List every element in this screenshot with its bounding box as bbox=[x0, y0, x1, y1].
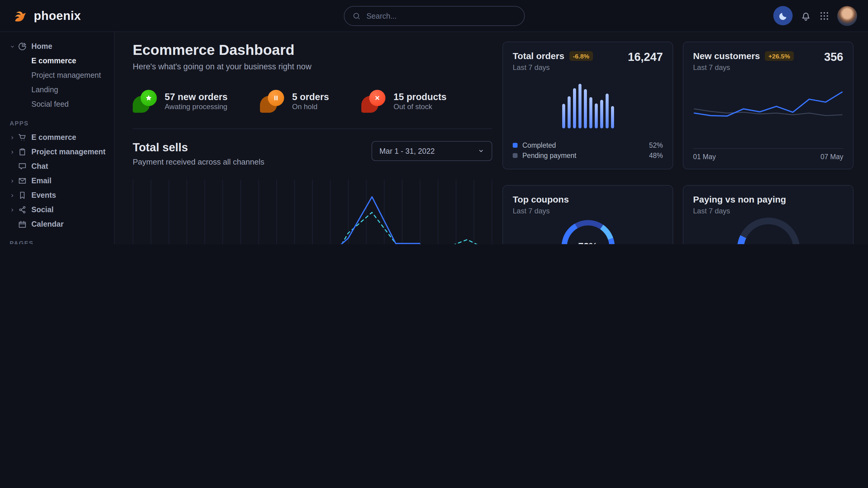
card-title: Top coupons bbox=[513, 194, 569, 204]
sidebar-item-chat[interactable]: Chat bbox=[0, 159, 114, 174]
card-period: Last 7 days bbox=[693, 63, 794, 72]
notifications-button[interactable] bbox=[801, 10, 811, 21]
user-avatar[interactable] bbox=[837, 6, 857, 26]
chevRight-icon bbox=[10, 207, 15, 213]
share-icon bbox=[18, 205, 27, 214]
page-title: Ecommerce Dashboard bbox=[133, 42, 492, 59]
card-period: Last 7 days bbox=[513, 63, 593, 72]
sidebar-item-email[interactable]: Email bbox=[0, 174, 114, 188]
stats-row: 57 new ordersAwating processing 5 orders… bbox=[133, 90, 492, 113]
sidebar-subitem-social-feed[interactable]: Social feed bbox=[0, 97, 114, 111]
navbar-actions bbox=[773, 6, 857, 26]
bell-icon bbox=[801, 10, 811, 21]
coupons-donut-chart: 72% bbox=[561, 220, 614, 244]
legend-item: Completed 52% bbox=[513, 140, 663, 150]
new-customers-x-axis: 01 May 07 May bbox=[693, 148, 843, 160]
calendar-icon bbox=[18, 220, 27, 228]
sidebar-item-label: Social bbox=[31, 205, 54, 214]
sidebar-item-events[interactable]: Events bbox=[0, 188, 114, 202]
pause-stat-icon bbox=[260, 90, 284, 113]
new-customers-chart bbox=[693, 72, 843, 145]
sidebar-subitem-landing[interactable]: Landing bbox=[0, 83, 114, 97]
sidebar-item-label: Email bbox=[31, 176, 52, 185]
coupons-donut-label: 72% bbox=[567, 225, 609, 244]
chevDown-icon bbox=[10, 44, 15, 49]
chevron-down-icon bbox=[478, 148, 484, 154]
sidebar-subitem-project-management[interactable]: Project management bbox=[0, 68, 114, 83]
apps-grid-button[interactable] bbox=[819, 10, 829, 21]
sidebar-nav: HomeE commerceProject managementLandingS… bbox=[0, 39, 114, 244]
sidebar-item-label: Calendar bbox=[31, 220, 64, 228]
sidebar-subitem-e-commerce[interactable]: E commerce bbox=[0, 54, 114, 68]
stat-item: 5 ordersOn hold bbox=[260, 90, 329, 113]
total-orders-bar-chart bbox=[513, 72, 663, 140]
dashboard-left-column: Ecommerce Dashboard Here's what's going … bbox=[133, 42, 492, 244]
card-title: Total orders bbox=[513, 51, 564, 61]
sidebar-section-label: PAGES bbox=[0, 240, 114, 244]
chevRight-icon bbox=[10, 178, 15, 184]
star-stat-icon bbox=[133, 90, 157, 113]
total-orders-legend: Completed 52% Pending payment 48% bbox=[513, 140, 663, 160]
total-sells-chart bbox=[133, 180, 492, 244]
new-customers-value: 356 bbox=[824, 51, 843, 64]
date-range-value: Mar 1 - 31, 2022 bbox=[379, 147, 435, 155]
x-tick: 01 May bbox=[693, 153, 716, 160]
card-title: Paying vs non paying bbox=[693, 194, 786, 204]
page-subtitle: Here's what's going on at your business … bbox=[133, 62, 492, 72]
legend-item: Pending payment 48% bbox=[513, 150, 663, 160]
total-orders-card: Total orders -6.8% Last 7 days 16,247 Co… bbox=[502, 42, 673, 169]
card-period: Last 7 days bbox=[693, 207, 786, 215]
total-sells-header: Total sells Payment received across all … bbox=[133, 141, 492, 165]
stat-item: 15 productsOut of stock bbox=[362, 90, 447, 113]
sidebar-item-calendar[interactable]: Calendar bbox=[0, 217, 114, 231]
x-tick: 07 May bbox=[820, 153, 843, 160]
stat-item: 57 new ordersAwating processing bbox=[133, 90, 228, 113]
sidebar-item-e-commerce[interactable]: E commerce bbox=[0, 130, 114, 145]
theme-toggle-button[interactable] bbox=[773, 6, 793, 25]
mail-icon bbox=[18, 176, 27, 185]
pie-icon bbox=[18, 42, 27, 51]
sidebar: HomeE commerceProject managementLandingS… bbox=[0, 32, 115, 244]
new-customers-card: New customers +26.5% Last 7 days 356 01 … bbox=[683, 42, 854, 169]
sidebar-item-label: E commerce bbox=[31, 133, 76, 142]
change-badge: +26.5% bbox=[765, 51, 794, 61]
paying-vs-non-paying-card: Paying vs non paying Last 7 days Paying … bbox=[683, 185, 854, 244]
change-badge: -6.8% bbox=[569, 51, 593, 61]
sidebar-item-project-management[interactable]: Project management bbox=[0, 145, 114, 159]
chevRight-icon bbox=[10, 149, 15, 155]
sidebar-item-home[interactable]: Home bbox=[0, 39, 114, 54]
chat-icon bbox=[18, 162, 27, 171]
apps-grid-icon bbox=[819, 10, 829, 21]
chevRight-icon bbox=[10, 135, 15, 140]
brand[interactable]: phoenix bbox=[12, 7, 81, 24]
paying-gauge-chart bbox=[737, 218, 800, 244]
main-content: Ecommerce Dashboard Here's what's going … bbox=[115, 32, 868, 244]
top-coupons-card: Top coupons Last 7 days 72% Percentage d… bbox=[502, 185, 673, 244]
total-sells-subtitle: Payment received across all channels bbox=[133, 157, 264, 166]
brand-name: phoenix bbox=[34, 9, 81, 23]
moon-icon bbox=[778, 11, 787, 20]
divider bbox=[133, 128, 492, 129]
global-search[interactable] bbox=[343, 6, 525, 26]
sidebar-item-label: Chat bbox=[31, 162, 48, 171]
bookmark-icon bbox=[18, 191, 27, 199]
total-orders-value: 16,247 bbox=[628, 51, 663, 64]
clipboard-icon bbox=[18, 148, 27, 156]
date-range-select[interactable]: Mar 1 - 31, 2022 bbox=[372, 141, 492, 161]
cart-icon bbox=[18, 133, 27, 142]
top-navbar: phoenix bbox=[0, 0, 868, 32]
phoenix-logo-icon bbox=[12, 7, 28, 24]
card-title: New customers bbox=[693, 51, 760, 61]
global-search-input[interactable] bbox=[365, 11, 516, 21]
chevRight-icon bbox=[10, 193, 15, 198]
x-stat-icon bbox=[362, 90, 386, 113]
dashboard-cards: Total orders -6.8% Last 7 days 16,247 Co… bbox=[502, 42, 854, 244]
card-period: Last 7 days bbox=[513, 207, 569, 215]
sidebar-item-label: Project management bbox=[31, 148, 105, 156]
sidebar-item-label: Home bbox=[31, 42, 52, 51]
legend-swatch bbox=[513, 142, 518, 148]
app: phoenix HomeE commerceProject man bbox=[0, 0, 868, 244]
sidebar-item-social[interactable]: Social bbox=[0, 202, 114, 217]
total-sells-title: Total sells bbox=[133, 141, 264, 154]
sidebar-section-label: APPS bbox=[0, 120, 114, 127]
